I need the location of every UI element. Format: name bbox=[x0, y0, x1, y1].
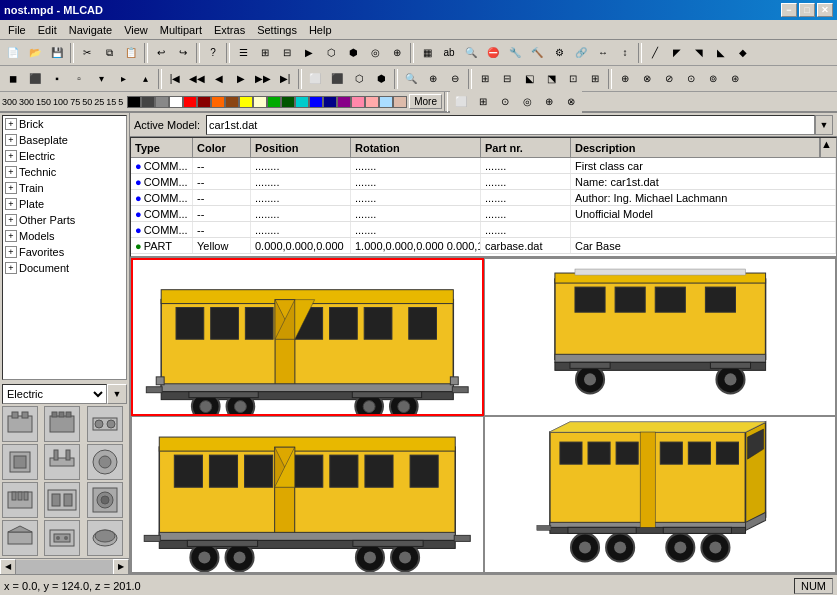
minimize-button[interactable]: − bbox=[781, 3, 797, 17]
part-item-3[interactable] bbox=[87, 406, 123, 442]
tree-expand-technic[interactable]: + bbox=[5, 166, 17, 178]
viewport-top-left[interactable] bbox=[131, 258, 484, 416]
extra-3[interactable]: ⊘ bbox=[658, 68, 680, 90]
color-tool-4[interactable]: ◎ bbox=[516, 91, 538, 113]
menu-multipart[interactable]: Multipart bbox=[154, 22, 208, 38]
tool-11[interactable]: 🔍 bbox=[460, 42, 482, 64]
color-purple[interactable] bbox=[337, 96, 351, 108]
copy-button[interactable]: ⧉ bbox=[98, 42, 120, 64]
menu-file[interactable]: File bbox=[2, 22, 32, 38]
more-colors-button[interactable]: More bbox=[409, 94, 442, 109]
tool-12[interactable]: ⛔ bbox=[482, 42, 504, 64]
color-lightblue[interactable] bbox=[379, 96, 393, 108]
tree-item-baseplate[interactable]: + Baseplate bbox=[3, 132, 126, 148]
view-4[interactable]: ⬢ bbox=[370, 68, 392, 90]
tree-item-technic[interactable]: + Technic bbox=[3, 164, 126, 180]
color-lightyellow[interactable] bbox=[253, 96, 267, 108]
sidebar-scroll-left[interactable]: ◀ bbox=[0, 559, 16, 575]
color-yellow[interactable] bbox=[239, 96, 253, 108]
nav-7[interactable]: ▴ bbox=[134, 68, 156, 90]
tree-expand-baseplate[interactable]: + bbox=[5, 134, 17, 146]
table-row[interactable]: ●COMM... -- ........ ....... ....... Fir… bbox=[131, 158, 836, 174]
viewport-top-right[interactable] bbox=[484, 258, 837, 416]
play-start[interactable]: |◀ bbox=[164, 68, 186, 90]
tool-1[interactable]: ☰ bbox=[232, 42, 254, 64]
nav-6[interactable]: ▸ bbox=[112, 68, 134, 90]
tool-22[interactable]: ◣ bbox=[710, 42, 732, 64]
viewport-bottom-right[interactable] bbox=[484, 416, 837, 574]
nav-1[interactable]: ◼ bbox=[2, 68, 24, 90]
part-item-11[interactable] bbox=[44, 520, 80, 556]
tree-expand-models[interactable]: + bbox=[5, 230, 17, 242]
color-brown[interactable] bbox=[225, 96, 239, 108]
tree-item-otherparts[interactable]: + Other Parts bbox=[3, 212, 126, 228]
color-black[interactable] bbox=[127, 96, 141, 108]
open-button[interactable]: 📂 bbox=[24, 42, 46, 64]
zoom-2[interactable]: ⊕ bbox=[422, 68, 444, 90]
table-scroll-up[interactable]: ▲ bbox=[820, 138, 836, 157]
tool-20[interactable]: ◤ bbox=[666, 42, 688, 64]
tool-21[interactable]: ◥ bbox=[688, 42, 710, 64]
maximize-button[interactable]: □ bbox=[799, 3, 815, 17]
nav-4[interactable]: ▫ bbox=[68, 68, 90, 90]
color-darkgray[interactable] bbox=[141, 96, 155, 108]
tool-5[interactable]: ⬡ bbox=[320, 42, 342, 64]
grid-5[interactable]: ⊡ bbox=[562, 68, 584, 90]
part-item-6[interactable] bbox=[87, 444, 123, 480]
tree-expand-train[interactable]: + bbox=[5, 182, 17, 194]
color-tool-5[interactable]: ⊕ bbox=[538, 91, 560, 113]
table-row[interactable]: ●COMM... -- ........ ....... ....... Nam… bbox=[131, 174, 836, 190]
tool-9[interactable]: ▦ bbox=[416, 42, 438, 64]
extra-4[interactable]: ⊙ bbox=[680, 68, 702, 90]
nav-2[interactable]: ⬛ bbox=[24, 68, 46, 90]
menu-edit[interactable]: Edit bbox=[32, 22, 63, 38]
tree-item-electric[interactable]: + Electric bbox=[3, 148, 126, 164]
tree-item-document[interactable]: + Document bbox=[3, 260, 126, 276]
close-button[interactable]: ✕ bbox=[817, 3, 833, 17]
sidebar-hscroll[interactable]: ◀ ▶ bbox=[0, 558, 129, 574]
part-item-2[interactable] bbox=[44, 406, 80, 442]
color-tan[interactable] bbox=[393, 96, 407, 108]
parts-dropdown-btn[interactable]: ▼ bbox=[107, 384, 127, 404]
color-tool-2[interactable]: ⊞ bbox=[472, 91, 494, 113]
tree-expand-otherparts[interactable]: + bbox=[5, 214, 17, 226]
help-button[interactable]: ? bbox=[202, 42, 224, 64]
tool-3[interactable]: ⊟ bbox=[276, 42, 298, 64]
tool-7[interactable]: ◎ bbox=[364, 42, 386, 64]
nav-5[interactable]: ▾ bbox=[90, 68, 112, 90]
part-item-7[interactable] bbox=[2, 482, 38, 518]
extra-2[interactable]: ⊗ bbox=[636, 68, 658, 90]
play-end[interactable]: ▶| bbox=[274, 68, 296, 90]
undo-button[interactable]: ↩ bbox=[150, 42, 172, 64]
active-model-input[interactable] bbox=[206, 115, 815, 135]
view-1[interactable]: ⬜ bbox=[304, 68, 326, 90]
tool-6[interactable]: ⬢ bbox=[342, 42, 364, 64]
tool-17[interactable]: ↔ bbox=[592, 42, 614, 64]
tree-item-train[interactable]: + Train bbox=[3, 180, 126, 196]
tree-expand-electric[interactable]: + bbox=[5, 150, 17, 162]
color-cyan[interactable] bbox=[295, 96, 309, 108]
part-item-8[interactable] bbox=[44, 482, 80, 518]
tree-item-plate[interactable]: + Plate bbox=[3, 196, 126, 212]
grid-3[interactable]: ⬕ bbox=[518, 68, 540, 90]
table-row[interactable]: ●COMM... -- ........ ....... ....... bbox=[131, 222, 836, 238]
part-item-5[interactable] bbox=[44, 444, 80, 480]
play-next[interactable]: ▶ bbox=[230, 68, 252, 90]
tree-item-brick[interactable]: + Brick bbox=[3, 116, 126, 132]
nav-3[interactable]: ▪ bbox=[46, 68, 68, 90]
part-item-9[interactable] bbox=[87, 482, 123, 518]
part-item-10[interactable] bbox=[2, 520, 38, 556]
play-next2[interactable]: ▶▶ bbox=[252, 68, 274, 90]
save-button[interactable]: 💾 bbox=[46, 42, 68, 64]
tool-16[interactable]: 🔗 bbox=[570, 42, 592, 64]
tree-item-models[interactable]: + Models bbox=[3, 228, 126, 244]
grid-4[interactable]: ⬔ bbox=[540, 68, 562, 90]
color-salmon[interactable] bbox=[365, 96, 379, 108]
tool-4[interactable]: ▶ bbox=[298, 42, 320, 64]
active-model-dropdown-btn[interactable]: ▼ bbox=[815, 115, 833, 135]
color-green[interactable] bbox=[267, 96, 281, 108]
grid-2[interactable]: ⊟ bbox=[496, 68, 518, 90]
redo-button[interactable]: ↪ bbox=[172, 42, 194, 64]
tool-2[interactable]: ⊞ bbox=[254, 42, 276, 64]
tree-expand-document[interactable]: + bbox=[5, 262, 17, 274]
